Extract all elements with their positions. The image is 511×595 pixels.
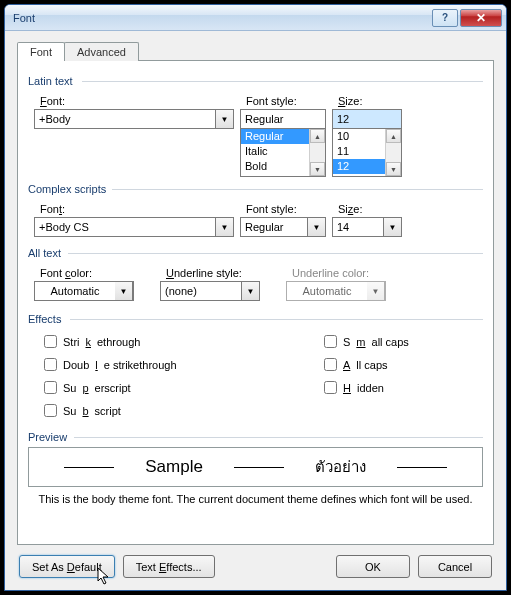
ok-button[interactable]: OK xyxy=(336,555,410,578)
underline-style-input[interactable] xyxy=(160,281,242,301)
checkbox-superscript[interactable]: Superscript xyxy=(44,381,318,394)
preview-underline xyxy=(64,467,114,468)
scrollbar[interactable]: ▲▼ xyxy=(385,129,401,176)
latin-size-input[interactable] xyxy=(332,109,402,129)
checkbox-double-strike[interactable]: Double strikethrough xyxy=(44,358,318,371)
underline-color-value: Automatic xyxy=(287,285,367,297)
complex-style-dropdown[interactable]: ▼ xyxy=(308,217,326,237)
checkbox-subscript[interactable]: Subscript xyxy=(44,404,318,417)
latin-style-label: Font style: xyxy=(246,95,326,107)
complex-size-dropdown[interactable]: ▼ xyxy=(384,217,402,237)
preview-sample-cs: ตัวอย่าง xyxy=(315,455,366,479)
latin-size-listbox[interactable]: 10 11 12 ▲▼ xyxy=(332,129,402,177)
underline-label: Underline style: xyxy=(166,267,260,279)
underline-style-dropdown[interactable]: ▼ xyxy=(242,281,260,301)
preview-box: Sample ตัวอย่าง xyxy=(28,447,483,487)
preview-hint: This is the body theme font. The current… xyxy=(28,493,483,505)
tab-advanced[interactable]: Advanced xyxy=(64,42,139,61)
latin-style-listbox[interactable]: Regular Italic Bold ▲▼ xyxy=(240,129,326,177)
chevron-down-icon[interactable]: ▼ xyxy=(115,281,133,301)
tab-strip: Font Advanced xyxy=(17,42,494,61)
section-latin: Latin text xyxy=(28,75,483,87)
underline-color-combo: Automatic ▼ xyxy=(286,281,386,301)
fontcolor-combo[interactable]: Automatic ▼ xyxy=(34,281,134,301)
complex-font-label: Font: xyxy=(40,203,234,215)
checkbox-hidden[interactable]: Hidden xyxy=(324,381,483,394)
checkbox-strikethrough[interactable]: Strikethrough xyxy=(44,335,318,348)
titlebar[interactable]: Font ? ✕ xyxy=(5,5,506,31)
section-preview: Preview xyxy=(28,431,483,443)
checkbox-smallcaps[interactable]: Small caps xyxy=(324,335,483,348)
section-effects: Effects xyxy=(28,313,483,325)
tab-font[interactable]: Font xyxy=(17,42,65,61)
preview-sample: Sample xyxy=(145,457,203,477)
section-complex: Complex scripts xyxy=(28,183,483,195)
scrollbar[interactable]: ▲▼ xyxy=(309,129,325,176)
checkbox-allcaps[interactable]: All caps xyxy=(324,358,483,371)
latin-style-input[interactable] xyxy=(240,109,326,129)
preview-underline xyxy=(397,467,447,468)
latin-size-label: Size: xyxy=(338,95,402,107)
set-default-button[interactable]: Set As Default xyxy=(19,555,115,578)
complex-size-input[interactable] xyxy=(332,217,384,237)
complex-size-label: Size: xyxy=(338,203,402,215)
fontcolor-value: Automatic xyxy=(35,285,115,297)
complex-font-dropdown[interactable]: ▼ xyxy=(216,217,234,237)
chevron-down-icon: ▼ xyxy=(367,281,385,301)
dialog-title: Font xyxy=(13,12,430,24)
latin-font-label: Font: xyxy=(40,95,234,107)
cancel-button[interactable]: Cancel xyxy=(418,555,492,578)
close-button[interactable]: ✕ xyxy=(460,9,502,27)
underline-color-label: Underline color: xyxy=(292,267,386,279)
client-area: Font Advanced Latin text Font: ▼ Font st… xyxy=(5,31,506,590)
font-dialog: Font ? ✕ Font Advanced Latin text Font: … xyxy=(4,4,507,591)
tab-pane-font: Latin text Font: ▼ Font style: Regular I… xyxy=(17,60,494,545)
complex-font-input[interactable] xyxy=(34,217,216,237)
fontcolor-label: Font color: xyxy=(40,267,134,279)
button-row: Set As Default Text Effects... OK Cancel xyxy=(17,545,494,580)
complex-style-label: Font style: xyxy=(246,203,326,215)
text-effects-button[interactable]: Text Effects... xyxy=(123,555,215,578)
complex-style-input[interactable] xyxy=(240,217,308,237)
latin-font-dropdown[interactable]: ▼ xyxy=(216,109,234,129)
help-button[interactable]: ? xyxy=(432,9,458,27)
preview-underline xyxy=(234,467,284,468)
section-alltext: All text xyxy=(28,247,483,259)
latin-font-input[interactable] xyxy=(34,109,216,129)
